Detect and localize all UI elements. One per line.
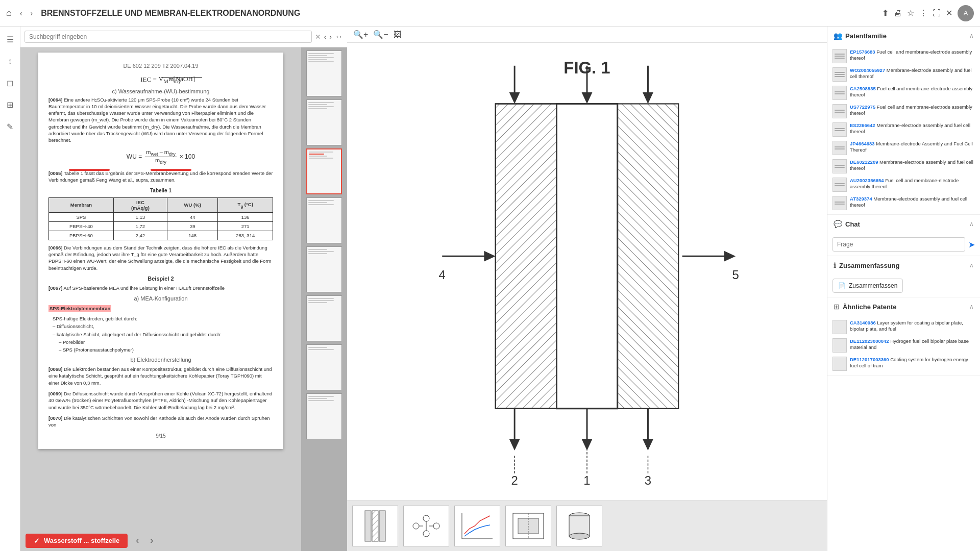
patent-item-3[interactable]: CA2508835 Fuel cell and membrane-electro… [827,84,980,102]
svg-point-37 [423,531,429,537]
zusammenfassung-header-left: ℹ Zusammenfassung [834,261,899,269]
sps-list-item-4: – Porebilder [59,338,273,346]
svg-marker-18 [643,439,653,450]
fig-thumb-2[interactable] [403,506,449,546]
similar-text-1: CA3140086 Layer system for coating a bip… [850,320,975,333]
similar-text-2: DE112023000042 Hydrogen fuel cell bipola… [850,338,975,351]
fig-thumb-1[interactable] [352,506,398,546]
check-icon: ✓ [34,537,40,545]
iec-denominator: mdry [168,75,181,84]
zusammenfassen-button[interactable]: 📄 Zusammenfassen [832,279,903,293]
fullscreen-icon[interactable]: ⛶ [933,9,941,18]
table-row: SPS 1,13 44 136 [49,212,273,221]
sps-list-item-5: – SPS (Protonenaustauchpolymer) [59,346,273,354]
similar-text-3: DE112017003360 Cooling system for hydrog… [850,357,975,369]
svg-marker-20 [484,251,495,262]
patent-thumb-7 [832,159,847,173]
doc-main[interactable]: DE 602 12 209 T2 2007.04.19 IEC = VM · [… [20,47,301,551]
search-input[interactable] [24,31,312,43]
patent-item-2[interactable]: WO2004055927 Membrane-electrode assembly… [827,65,980,84]
avatar[interactable]: A [958,5,974,21]
thumb-8[interactable] [306,393,342,439]
cell-wu-3: 148 [167,231,217,240]
patent-thumb-1 [832,49,847,63]
cell-iec-2: 1,72 [113,221,167,231]
cell-membran-2: PBPSH-40 [49,221,114,231]
thumb-4[interactable] [306,197,342,243]
iec-formula: IEC = VM · [NaOH] mdry [48,75,273,84]
para-67: [0067] Auf SPS-basierende MEA und ihre L… [48,285,273,291]
chat-header[interactable]: 💬 Chat ∧ [827,215,980,233]
patent-item-1[interactable]: EP1576683 Fuel cell and membrane-electro… [827,47,980,65]
back-button[interactable]: ‹ [17,7,26,19]
zusammenfassung-header[interactable]: ℹ Zusammenfassung ∧ [827,256,980,274]
svg-marker-12 [643,92,653,104]
aehnliche-header[interactable]: ⊞ Ähnliche Patente ∧ [827,297,980,316]
patent-item-6[interactable]: JP4664683 Membrane-electrode Assembly an… [827,139,980,157]
patent-text-3: CA2508835 Fuel cell and membrane-electro… [850,86,975,98]
fig-svg: FIG. 1 [347,43,827,500]
fig-thumb-5[interactable] [556,506,602,546]
chat-input[interactable] [832,237,965,252]
sidebar-icon-5[interactable]: ✎ [4,119,16,135]
aehnliche-chevron: ∧ [969,303,974,310]
fig-thumb-4[interactable] [505,506,551,546]
sidebar-icon-3[interactable]: ◻ [4,75,16,91]
search-prev-button[interactable]: ‹ [324,33,327,41]
patentfamilie-label: Patentfamilie [845,32,887,40]
similar-item-1[interactable]: CA3140086 Layer system for coating a bip… [827,318,980,336]
cell-tg-2: 271 [218,221,273,231]
similar-item-3[interactable]: DE112017003360 Cooling system for hydrog… [827,355,980,373]
search-result-badge[interactable]: ✓ Wasserstoff ... stoffzelle [26,534,128,548]
bookmark-icon[interactable]: ☆ [907,8,914,18]
thumb-1[interactable] [306,51,342,96]
patent-item-5[interactable]: ES2266642 Membrane-electrode assembly an… [827,120,980,139]
patent-item-7[interactable]: DE60212209 Membrane-electrode assembly a… [827,157,980,176]
sidebar-icon-4[interactable]: ⊞ [4,97,16,113]
bottom-next-button[interactable]: › [147,533,156,548]
para-65: [0065] Tabelle 1 fasst das Ergebnis der … [48,170,273,184]
chat-send-button[interactable]: ➤ [968,240,975,249]
more-icon[interactable]: ⋮ [919,8,927,18]
data-table: Membran IEC(mÄq/g) WU (%) Tg (°C) SPS 1,… [48,197,273,240]
thumb-7[interactable] [306,344,342,390]
sidebar-icon-2[interactable]: ↕ [5,54,15,69]
share-icon[interactable]: ⬆ [882,8,889,18]
patentfamilie-header[interactable]: 👥 Patentfamilie ∧ [827,27,980,45]
patent-text-7: DE60212209 Membrane-electrode assembly a… [850,159,975,172]
svg-text:4: 4 [439,268,446,282]
patent-item-9[interactable]: AT329374 Membrane-electrode assembly and… [827,194,980,212]
print-icon[interactable]: 🖨 [894,9,902,18]
home-icon[interactable]: ⌂ [6,8,12,18]
iec-fraction-bar [161,77,202,78]
zoom-in-button[interactable]: 🔍+ [353,30,368,39]
patent-item-8[interactable]: AU2002356654 Fuel cell and membrane-elec… [827,176,980,194]
search-close-icon[interactable]: ✕ [315,33,321,41]
wu-numerator: mwet – mdry [145,149,177,157]
thumb-5[interactable] [306,246,342,292]
svg-point-48 [569,533,590,539]
search-expand-icon[interactable]: ↔ [335,32,343,41]
bottom-prev-button[interactable]: ‹ [133,533,142,548]
close-icon[interactable]: ✕ [946,8,952,18]
similar-item-2[interactable]: DE112023000042 Hydrogen fuel cell bipola… [827,336,980,355]
forward-button[interactable]: › [28,7,36,19]
thumb-6[interactable] [306,295,342,341]
svg-rect-1 [556,104,617,408]
thumb-2[interactable] [306,99,342,145]
image-tool-button[interactable]: 🖼 [394,30,402,39]
patent-text-8: AU2002356654 Fuel cell and membrane-elec… [850,178,975,190]
sidebar-icon-1[interactable]: ☰ [4,32,17,47]
zoom-out-button[interactable]: 🔍− [373,30,388,39]
svg-text:3: 3 [645,473,651,487]
search-next-button[interactable]: › [329,33,332,41]
patent-text-4: US7722975 Fuel cell and membrane-electro… [850,104,975,117]
fig-thumb-3[interactable] [454,506,500,546]
subsection-b: b) Elektrodenherstellung [48,357,273,363]
table-row: PBPSH-60 2,42 148 283, 314 [49,231,273,240]
patent-text-6: JP4664683 Membrane-electrode Assembly an… [850,141,975,154]
highlight-text-container: SPS-Elektrolytenmembran [48,305,273,312]
patent-item-4[interactable]: US7722975 Fuel cell and membrane-electro… [827,102,980,120]
svg-point-35 [423,515,429,521]
thumb-3[interactable] [306,148,342,194]
